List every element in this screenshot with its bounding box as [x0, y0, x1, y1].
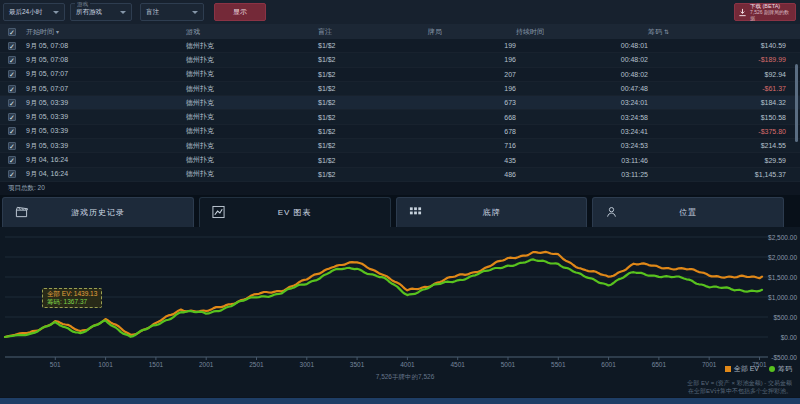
- tab-hole-cards[interactable]: 底牌: [396, 197, 588, 227]
- col-duration[interactable]: 持续时间: [516, 27, 648, 37]
- col-start-time[interactable]: 开始时间 ▾: [26, 27, 186, 37]
- cell-start-time: 9月 05, 03:39: [26, 141, 186, 151]
- col-chips[interactable]: 筹码 ⇅: [648, 27, 786, 37]
- cell-hands: 435: [428, 157, 516, 164]
- table-row[interactable]: ✓9月 05, 03:39德州扑克$1/$271603:24:53$214.55: [0, 139, 800, 153]
- time-range-select[interactable]: 最后24小时: [3, 3, 65, 21]
- cell-game: 德州扑克: [186, 112, 318, 122]
- game-select[interactable]: 游戏 所有游戏: [70, 3, 132, 21]
- table-row[interactable]: ✓9月 05, 03:39德州扑克$1/$266803:24:58$150.58: [0, 110, 800, 124]
- cell-duration: 03:24:01: [516, 99, 648, 106]
- x-tick-label: 2501: [249, 361, 264, 368]
- table-row[interactable]: ✓9月 05, 03:39德州扑克$1/$267303:24:01$184.32: [0, 96, 800, 110]
- cell-game: 德州扑克: [186, 41, 318, 51]
- blinds-select-value: 盲注: [146, 8, 159, 17]
- cell-start-time: 9月 04, 16:24: [26, 169, 186, 179]
- cell-start-time: 9月 05, 07:08: [26, 41, 186, 51]
- col-hands[interactable]: 牌局: [428, 27, 516, 37]
- cell-duration: 03:11:25: [516, 171, 648, 178]
- grid-icon: [409, 206, 422, 219]
- game-select-label: 游戏: [75, 1, 90, 7]
- tab-ev-chart[interactable]: EV 图表: [199, 197, 391, 227]
- cell-duration: 00:48:02: [516, 56, 648, 63]
- table-row[interactable]: ✓9月 05, 07:07德州扑克$1/$220700:48:02$92.94: [0, 68, 800, 82]
- table-scrollbar[interactable]: [795, 64, 798, 142]
- cell-chips: -$189.99: [648, 56, 786, 63]
- cell-duration: 00:48:02: [516, 71, 648, 78]
- cell-chips: $184.32: [648, 99, 786, 106]
- chips-swatch-icon: [769, 366, 775, 372]
- chart-legend: 全部 EV 筹码: [725, 364, 792, 374]
- row-checkbox[interactable]: ✓: [8, 170, 16, 178]
- y-tick-label: $2,000.00: [768, 253, 797, 260]
- cell-hands: 716: [428, 142, 516, 149]
- col-blinds[interactable]: 盲注: [318, 27, 428, 37]
- cell-blinds: $1/$2: [318, 171, 428, 178]
- ev-chart-panel: $2,500.00$2,000.00$1,500.00$1,000.00$500…: [0, 227, 800, 397]
- blinds-select[interactable]: 盲注: [140, 3, 204, 21]
- row-checkbox[interactable]: ✓: [8, 142, 16, 150]
- y-tick-label: $1,000.00: [768, 293, 797, 300]
- filter-toolbar: 最后24小时 游戏 所有游戏 盲注 显示 下载 (BETA) 7,526 副牌局…: [0, 0, 800, 24]
- x-tick-label: 501: [50, 361, 61, 368]
- legend-item-chips[interactable]: 筹码: [769, 364, 792, 374]
- time-range-value: 最后24小时: [9, 8, 42, 17]
- row-checkbox[interactable]: ✓: [8, 99, 16, 107]
- chart-footnote: 全部 EV = (资产 × 彩池金额) - 交易金额 在全部EV计算中不包括多个…: [687, 379, 792, 395]
- show-button[interactable]: 显示: [214, 3, 266, 21]
- cell-game: 德州扑克: [186, 126, 318, 136]
- table-row[interactable]: ✓9月 05, 03:39德州扑克$1/$267803:24:41-$375.8…: [0, 125, 800, 139]
- table-row[interactable]: ✓9月 05, 07:08德州扑克$1/$219900:48:01$140.59: [0, 39, 800, 53]
- cell-blinds: $1/$2: [318, 114, 428, 121]
- x-tick-label: 4501: [450, 361, 465, 368]
- y-tick-label: $2,500.00: [768, 233, 797, 240]
- row-checkbox[interactable]: ✓: [8, 42, 16, 50]
- cell-start-time: 9月 05, 03:39: [26, 126, 186, 136]
- line-chart-icon: [212, 206, 225, 219]
- cell-start-time: 9月 05, 03:39: [26, 98, 186, 108]
- tab-position[interactable]: 位置: [592, 197, 784, 227]
- select-all-checkbox[interactable]: ✓: [8, 28, 16, 36]
- cell-game: 德州扑克: [186, 98, 318, 108]
- tab-game-history[interactable]: 游戏历史记录: [2, 197, 194, 227]
- table-row[interactable]: ✓9月 05, 07:07德州扑克$1/$219600:47:48-$61.37: [0, 82, 800, 96]
- cell-start-time: 9月 05, 07:07: [26, 69, 186, 79]
- cell-blinds: $1/$2: [318, 56, 428, 63]
- table-row[interactable]: ✓9月 04, 16:24德州扑克$1/$248603:11:25$1,145.…: [0, 168, 800, 182]
- download-icon: [738, 3, 747, 21]
- row-checkbox[interactable]: ✓: [8, 156, 16, 164]
- cell-blinds: $1/$2: [318, 85, 428, 92]
- y-tick-label: -$500.00: [771, 353, 797, 360]
- cell-game: 德州扑克: [186, 84, 318, 94]
- cell-hands: 668: [428, 114, 516, 121]
- chevron-down-icon: [53, 11, 59, 14]
- footer-bar: [0, 398, 800, 404]
- tab-label: 底牌: [482, 207, 500, 218]
- cell-duration: 03:24:53: [516, 142, 648, 149]
- legend-item-ev[interactable]: 全部 EV: [725, 364, 759, 374]
- row-checkbox[interactable]: ✓: [8, 56, 16, 64]
- col-game[interactable]: 游戏: [186, 27, 318, 37]
- cell-hands: 486: [428, 171, 516, 178]
- cell-hands: 678: [428, 128, 516, 135]
- cell-duration: 03:24:41: [516, 128, 648, 135]
- total-count: 项目总数: 20: [0, 182, 800, 195]
- table-body: ✓9月 05, 07:08德州扑克$1/$219900:48:01$140.59…: [0, 39, 800, 182]
- row-checkbox[interactable]: ✓: [8, 70, 16, 78]
- x-tick-label: 2001: [199, 361, 214, 368]
- ev-chart[interactable]: $2,500.00$2,000.00$1,500.00$1,000.00$500…: [0, 227, 800, 397]
- table-row[interactable]: ✓9月 05, 07:08德州扑克$1/$219600:48:02-$189.9…: [0, 53, 800, 67]
- row-checkbox[interactable]: ✓: [8, 127, 16, 135]
- cell-chips: $92.94: [648, 71, 786, 78]
- cell-start-time: 9月 04, 16:24: [26, 155, 186, 165]
- row-checkbox[interactable]: ✓: [8, 85, 16, 93]
- cell-blinds: $1/$2: [318, 142, 428, 149]
- download-button[interactable]: 下载 (BETA) 7,526 副牌局的数据: [734, 3, 796, 21]
- cell-start-time: 9月 05, 07:07: [26, 84, 186, 94]
- sort-both-icon: ⇅: [664, 29, 669, 35]
- table-row[interactable]: ✓9月 04, 16:24德州扑克$1/$243503:11:46$29.59: [0, 153, 800, 167]
- sessions-table: ✓ 开始时间 ▾ 游戏 盲注 牌局 持续时间 筹码 ⇅ ✓9月 05, 07:0…: [0, 24, 800, 195]
- cell-chips: -$61.37: [648, 85, 786, 92]
- series-line-ev: [5, 252, 762, 337]
- row-checkbox[interactable]: ✓: [8, 113, 16, 121]
